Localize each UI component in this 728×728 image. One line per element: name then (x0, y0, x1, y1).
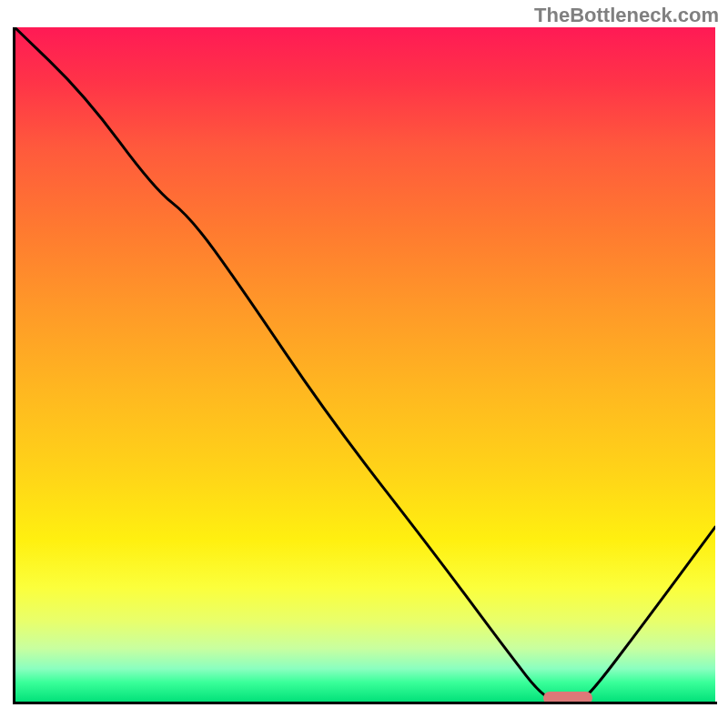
chart-line (15, 27, 715, 703)
y-axis (13, 27, 15, 704)
chart-container (0, 0, 728, 728)
x-axis (13, 702, 717, 704)
plot-area (15, 27, 715, 703)
watermark-text: TheBottleneck.com (534, 4, 719, 27)
